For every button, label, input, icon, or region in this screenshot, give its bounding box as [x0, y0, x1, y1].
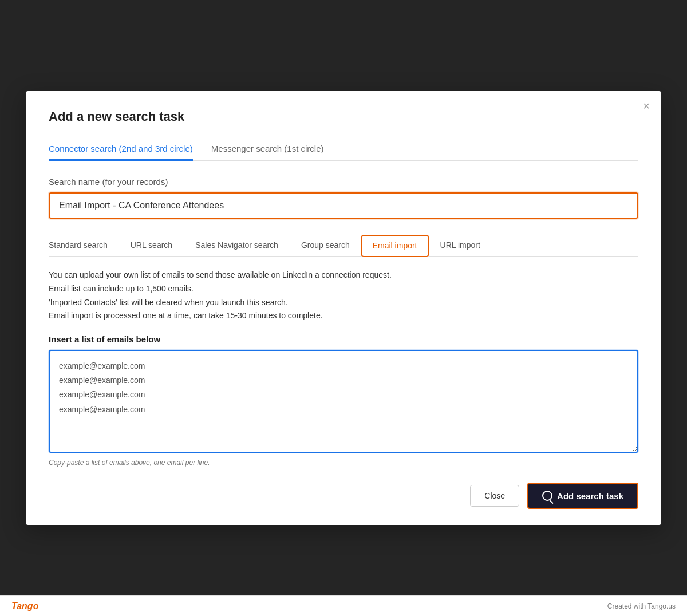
tab-connector[interactable]: Connector search (2nd and 3rd circle): [49, 138, 193, 161]
search-icon: [542, 491, 552, 501]
email-hint: Copy-paste a list of emails above, one e…: [49, 459, 638, 467]
main-tabs: Connector search (2nd and 3rd circle) Me…: [49, 138, 638, 161]
tab-standard[interactable]: Standard search: [49, 235, 119, 257]
email-list-textarea[interactable]: [49, 350, 638, 453]
description-text: You can upload your own list of emails t…: [49, 268, 638, 323]
modal-footer: Close Add search task: [49, 483, 638, 509]
modal-dialog: × Add a new search task Connector search…: [26, 91, 661, 525]
tab-group[interactable]: Group search: [290, 235, 361, 257]
tab-messenger[interactable]: Messenger search (1st circle): [211, 138, 324, 161]
close-button[interactable]: ×: [643, 100, 650, 112]
add-button-label: Add search task: [557, 491, 623, 501]
tango-logo: Tango: [11, 601, 38, 611]
tab-sales-navigator[interactable]: Sales Navigator search: [184, 235, 290, 257]
modal-title: Add a new search task: [49, 109, 638, 124]
insert-emails-label: Insert a list of emails below: [49, 334, 638, 344]
search-name-input[interactable]: [49, 192, 638, 219]
search-name-label: Search name (for your records): [49, 177, 638, 187]
modal-overlay: × Add a new search task Connector search…: [0, 0, 687, 616]
add-search-task-button[interactable]: Add search task: [527, 483, 638, 509]
created-with-text: Created with Tango.us: [607, 602, 676, 610]
bottom-bar: Tango Created with Tango.us: [0, 595, 687, 616]
sub-tabs: Standard search URL search Sales Navigat…: [49, 235, 638, 257]
tab-email-import[interactable]: Email import: [361, 235, 429, 257]
tab-url[interactable]: URL search: [119, 235, 184, 257]
close-footer-button[interactable]: Close: [470, 485, 519, 507]
tab-url-import[interactable]: URL import: [429, 235, 492, 257]
